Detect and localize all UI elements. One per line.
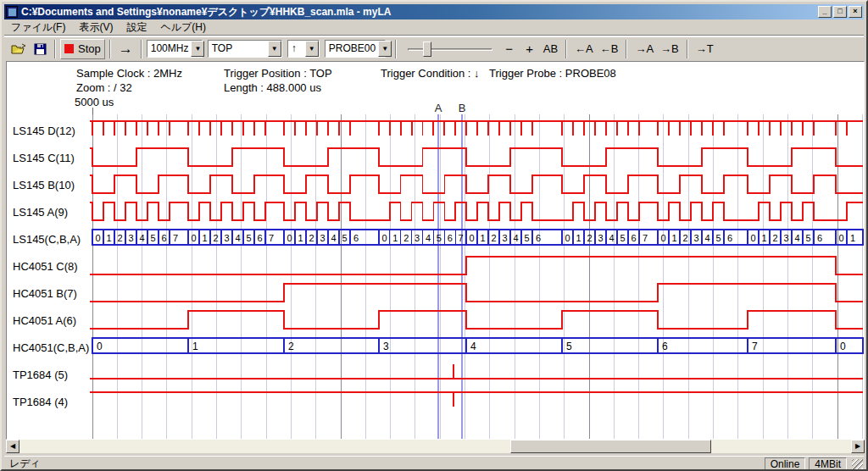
zoom-in-button[interactable]: +: [520, 39, 540, 59]
chevron-down-icon[interactable]: ▼: [191, 41, 204, 57]
cursor-a-label[interactable]: A: [430, 102, 447, 114]
channel-label-8: HC4051(C,B,A): [13, 341, 89, 355]
trigger-probe-info: Trigger Probe : PROBE08: [489, 67, 616, 80]
titlebar: C:¥Documents and Settings¥noname¥デスクトップ¥…: [4, 4, 864, 19]
menu-settings[interactable]: 設定: [120, 19, 153, 36]
menu-help[interactable]: ヘルプ(H): [153, 19, 213, 36]
trigger-edge-combo[interactable]: ↑ ▼: [287, 40, 320, 58]
stop-button[interactable]: Stop: [60, 39, 105, 59]
status-memory: 4MBit: [809, 457, 847, 470]
sample-clock-combo[interactable]: 100MHz ▼: [147, 40, 203, 58]
status-ready: レディ: [4, 457, 765, 471]
trigger-condition-info: Trigger Condition : ↓: [381, 67, 480, 80]
chevron-down-icon[interactable]: ▼: [305, 41, 319, 57]
sample-clock-value: 100MHz: [147, 41, 192, 57]
toolbar-separator: [565, 40, 567, 58]
statusbar: レディ Online 4MBit: [4, 456, 864, 470]
save-button[interactable]: [30, 39, 50, 59]
toolbar-separator: [141, 40, 142, 58]
stop-icon: [64, 44, 74, 53]
channel-label-9: TP1684 (5): [13, 368, 68, 382]
maximize-button[interactable]: □: [833, 6, 847, 18]
zoom-info: Zoom : / 32: [76, 81, 132, 94]
channel-label-6: HC4051 B(7): [13, 287, 77, 301]
cursor-b-label[interactable]: B: [453, 102, 470, 114]
toolbar-separator: [687, 40, 688, 58]
toolbar-separator: [54, 40, 56, 58]
zoom-slider-track: [408, 48, 492, 51]
goto-a-button[interactable]: →A: [632, 39, 657, 59]
waveform-panel: [6, 61, 865, 440]
goto-b-button[interactable]: →B: [657, 39, 682, 59]
app-icon: [6, 6, 18, 18]
trigger-probe-value: PROBE00: [326, 41, 378, 57]
save-floppy-icon: [34, 43, 47, 55]
channel-label-2: LS145 B(10): [13, 179, 75, 192]
goto-trigger-button[interactable]: →T: [693, 39, 717, 59]
menubar: ファイル(F) 表示(V) 設定 ヘルプ(H): [4, 19, 864, 36]
scroll-right-arrow[interactable]: ▶: [851, 440, 865, 453]
channel-label-5: HC4051 C(8): [13, 260, 78, 274]
move-b-left-button[interactable]: ←B: [597, 39, 622, 59]
toolbar-separator: [395, 40, 397, 58]
channel-label-0: LS145 D(12): [13, 125, 75, 138]
horizontal-scrollbar[interactable]: ◀ ▶: [6, 440, 865, 453]
open-file-button[interactable]: [8, 39, 30, 59]
zoom-slider[interactable]: [408, 41, 492, 58]
window-title: C:¥Documents and Settings¥noname¥デスクトップ¥…: [21, 5, 818, 19]
channel-label-1: LS145 C(11): [13, 152, 75, 165]
status-online: Online: [765, 457, 806, 470]
scrollbar-thumb[interactable]: [510, 440, 711, 453]
channel-label-10: TP1684 (4): [13, 396, 68, 409]
open-folder-icon: [11, 43, 26, 55]
trigger-edge-value: ↑: [288, 41, 305, 57]
chevron-down-icon[interactable]: ▼: [268, 41, 281, 57]
toolbar-separator: [109, 40, 111, 58]
resize-grip[interactable]: [852, 459, 863, 470]
channel-label-7: HC4051 A(6): [13, 314, 76, 328]
zoom-out-button[interactable]: −: [499, 39, 520, 59]
minimize-button[interactable]: _: [818, 6, 832, 18]
ab-cursors-button[interactable]: AB: [540, 39, 561, 59]
close-button[interactable]: ×: [849, 6, 862, 18]
length-info: Length : 488.000 us: [224, 81, 321, 94]
toolbar-separator: [626, 40, 627, 58]
menu-view[interactable]: 表示(V): [72, 19, 120, 36]
menu-file[interactable]: ファイル(F): [4, 19, 72, 36]
trigger-position-value: TOP: [209, 41, 268, 57]
app-window: C:¥Documents and Settings¥noname¥デスクトップ¥…: [0, 0, 868, 471]
run-button[interactable]: →: [115, 39, 136, 59]
channel-label-4: LS145(C,B,A): [13, 233, 81, 247]
scroll-left-arrow[interactable]: ◀: [6, 440, 19, 453]
trigger-position-combo[interactable]: TOP ▼: [208, 40, 282, 58]
toolbar: Stop → 100MHz ▼ TOP ▼ ↑ ▼ PROBE00 ▼ − + …: [4, 36, 864, 60]
trigger-probe-combo[interactable]: PROBE00 ▼: [325, 40, 386, 58]
stop-label: Stop: [78, 42, 101, 55]
sample-clock-info: Sample Clock : 2MHz: [76, 67, 182, 80]
channel-label-3: LS145 A(9): [13, 206, 68, 219]
chevron-down-icon[interactable]: ▼: [378, 41, 392, 57]
trigger-position-info: Trigger Position : TOP: [224, 67, 332, 80]
zoom-slider-thumb[interactable]: [423, 42, 431, 57]
time-scale-label: 5000 us: [75, 96, 114, 108]
move-a-left-button[interactable]: ←A: [571, 39, 597, 59]
